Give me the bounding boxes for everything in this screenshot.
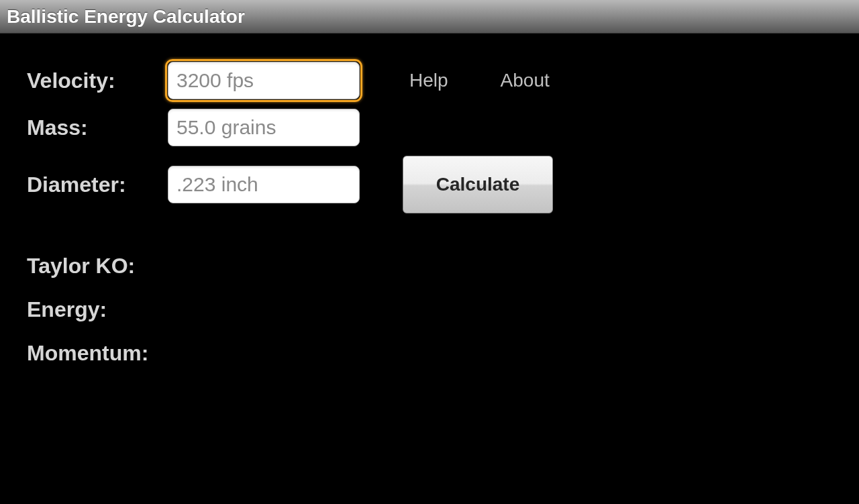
calculate-button[interactable]: Calculate	[403, 156, 553, 213]
about-link[interactable]: About	[501, 70, 550, 91]
diameter-label: Diameter:	[27, 172, 168, 197]
mass-input[interactable]	[168, 109, 360, 146]
momentum-row: Momentum:	[27, 341, 859, 366]
momentum-label: Momentum:	[27, 341, 148, 365]
energy-row: Energy:	[27, 297, 859, 322]
taylor-ko-label: Taylor KO:	[27, 254, 135, 278]
velocity-input-wrap	[168, 62, 360, 99]
taylor-ko-row: Taylor KO:	[27, 254, 859, 279]
mass-label: Mass:	[27, 115, 168, 140]
velocity-row: Velocity: Help About	[27, 62, 859, 99]
velocity-input[interactable]	[168, 62, 360, 99]
diameter-input[interactable]	[168, 166, 360, 203]
energy-label: Energy:	[27, 297, 107, 321]
link-row: Help About	[409, 70, 550, 91]
diameter-row: Diameter: Calculate	[27, 156, 859, 213]
diameter-input-wrap	[168, 166, 360, 203]
mass-row: Mass:	[27, 109, 859, 146]
title-bar: Ballistic Energy Calculator	[0, 0, 859, 34]
app-title: Ballistic Energy Calculator	[7, 6, 245, 28]
velocity-label: Velocity:	[27, 68, 168, 93]
help-link[interactable]: Help	[409, 70, 448, 91]
main-content: Velocity: Help About Mass: Diameter: Cal…	[0, 34, 859, 366]
mass-input-wrap	[168, 109, 360, 146]
results-section: Taylor KO: Energy: Momentum:	[27, 254, 859, 366]
